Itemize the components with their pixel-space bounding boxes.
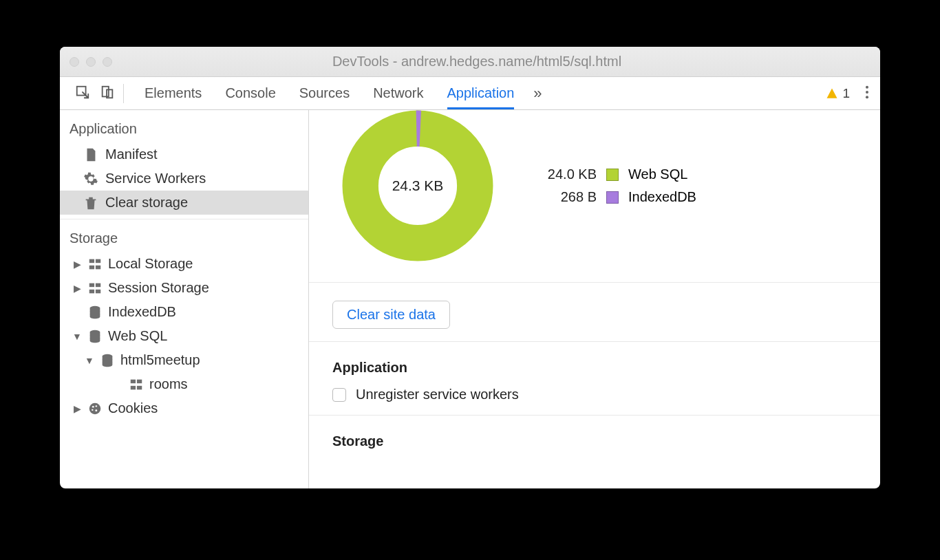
svg-point-21	[89, 402, 101, 414]
svg-rect-11	[96, 283, 100, 287]
tab-elements[interactable]: Elements	[145, 77, 202, 109]
warnings-badge[interactable]: 1	[826, 86, 850, 101]
chevron-down-icon: ▼	[85, 355, 94, 366]
legend-value: 268 B	[535, 189, 597, 205]
storage-grid-icon	[87, 257, 103, 272]
checkbox[interactable]	[332, 388, 346, 402]
tab-sources[interactable]: Sources	[299, 77, 350, 109]
legend-swatch	[606, 169, 619, 181]
window-title: DevTools - andrew.hedges.name/html5/sql.…	[125, 54, 870, 69]
svg-rect-20	[137, 385, 142, 389]
svg-rect-6	[89, 259, 94, 263]
svg-point-25	[95, 409, 97, 411]
sidebar-section-application: Application	[60, 117, 308, 142]
svg-rect-17	[131, 379, 136, 383]
svg-rect-12	[89, 289, 94, 293]
svg-point-24	[92, 409, 93, 410]
legend-label: Web SQL	[628, 166, 687, 182]
svg-rect-7	[96, 259, 100, 263]
donut-total-label: 24.3 KB	[342, 110, 493, 261]
tree-label: IndexedDB	[108, 304, 176, 320]
tree-label: html5meetup	[120, 352, 200, 368]
database-icon	[87, 305, 103, 320]
main-panel: 24.3 KB 24.0 KB Web SQL 268 B IndexedDB	[309, 110, 880, 488]
trash-icon	[83, 195, 98, 211]
database-icon	[100, 353, 115, 368]
svg-rect-18	[137, 379, 142, 383]
sidebar-item-websql-table[interactable]: rooms	[60, 372, 308, 396]
close-dot[interactable]	[70, 57, 79, 67]
checkbox-label: Unregister service workers	[356, 387, 519, 402]
svg-point-23	[96, 405, 97, 407]
chevron-right-icon: ▶	[72, 259, 82, 270]
table-icon	[129, 377, 144, 392]
devtools-window: DevTools - andrew.hedges.name/html5/sql.…	[60, 47, 880, 488]
legend-row-indexeddb: 268 B IndexedDB	[535, 189, 696, 205]
svg-rect-8	[89, 265, 94, 269]
sidebar-item-label: Manifest	[105, 147, 158, 162]
application-sidebar: Application Manifest Service Workers Cle…	[60, 110, 309, 488]
legend-swatch	[606, 191, 619, 204]
svg-point-5	[866, 96, 868, 98]
database-icon	[87, 329, 103, 344]
menu-icon[interactable]	[865, 85, 869, 103]
sidebar-item-manifest[interactable]: Manifest	[60, 142, 308, 166]
zoom-dot[interactable]	[103, 57, 112, 67]
svg-point-3	[866, 85, 868, 88]
clear-data-section: Clear site data	[309, 283, 880, 342]
sidebar-item-label: Clear storage	[105, 195, 188, 211]
sidebar-item-label: Service Workers	[105, 171, 206, 186]
tab-network[interactable]: Network	[373, 77, 423, 109]
chevron-down-icon: ▼	[72, 331, 82, 342]
section-heading: Application	[332, 360, 880, 376]
unregister-sw-row[interactable]: Unregister service workers	[332, 387, 880, 402]
usage-donut: 24.3 KB	[342, 110, 493, 261]
tree-label: Local Storage	[108, 256, 193, 272]
svg-rect-1	[103, 86, 109, 96]
tree-label: Web SQL	[108, 328, 167, 344]
svg-rect-13	[96, 289, 100, 293]
legend-row-websql: 24.0 KB Web SQL	[535, 166, 696, 182]
sidebar-item-service-workers[interactable]: Service Workers	[60, 166, 308, 191]
tabs-overflow[interactable]: »	[533, 85, 542, 103]
sidebar-item-local-storage[interactable]: ▶ Local Storage	[60, 252, 308, 276]
tab-application[interactable]: Application	[447, 77, 515, 109]
warnings-count: 1	[842, 86, 850, 101]
sidebar-item-session-storage[interactable]: ▶ Session Storage	[60, 276, 308, 300]
clear-site-data-button[interactable]: Clear site data	[332, 301, 450, 329]
svg-point-4	[866, 90, 868, 93]
sidebar-item-clear-storage[interactable]: Clear storage	[60, 191, 308, 215]
panel-tabs: Elements Console Sources Network Applica…	[145, 77, 514, 109]
device-toggle-icon[interactable]	[100, 85, 115, 103]
svg-rect-19	[131, 385, 136, 389]
storage-options-section: Storage	[309, 416, 880, 467]
inspect-icon[interactable]	[75, 85, 90, 103]
section-heading: Storage	[332, 433, 880, 449]
tab-console[interactable]: Console	[225, 77, 275, 109]
storage-grid-icon	[87, 281, 103, 296]
legend-label: IndexedDB	[628, 189, 696, 205]
titlebar: DevTools - andrew.hedges.name/html5/sql.…	[60, 47, 880, 77]
tree-label: Cookies	[108, 400, 158, 416]
devtools-toolbar: Elements Console Sources Network Applica…	[60, 77, 880, 110]
application-options-section: Application Unregister service workers	[309, 342, 880, 416]
tree-label: rooms	[149, 376, 188, 392]
sidebar-item-indexeddb[interactable]: IndexedDB	[60, 300, 308, 324]
chevron-right-icon: ▶	[72, 403, 82, 414]
svg-rect-10	[89, 283, 94, 287]
sidebar-item-websql-db[interactable]: ▼ html5meetup	[60, 348, 308, 372]
svg-point-22	[92, 405, 94, 407]
minimize-dot[interactable]	[86, 57, 96, 67]
sidebar-item-cookies[interactable]: ▶ Cookies	[60, 396, 308, 420]
document-icon	[83, 147, 98, 162]
svg-rect-9	[96, 265, 100, 269]
window-controls	[70, 57, 112, 67]
tree-label: Session Storage	[108, 280, 209, 296]
legend-value: 24.0 KB	[535, 166, 597, 182]
usage-legend: 24.0 KB Web SQL 268 B IndexedDB	[535, 166, 696, 205]
usage-chart-row: 24.3 KB 24.0 KB Web SQL 268 B IndexedDB	[309, 110, 880, 283]
sidebar-item-websql[interactable]: ▼ Web SQL	[60, 324, 308, 348]
cookie-icon	[87, 401, 103, 416]
sidebar-section-storage: Storage	[60, 226, 308, 252]
chevron-right-icon: ▶	[72, 283, 82, 294]
